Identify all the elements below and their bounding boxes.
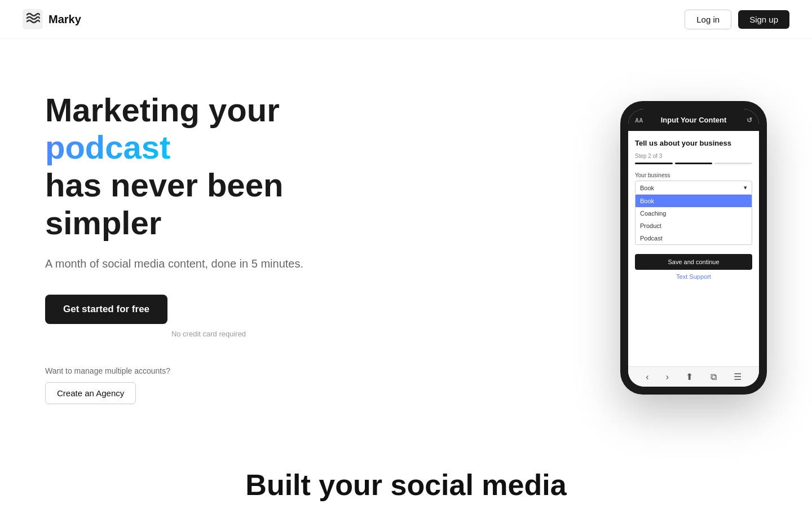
step-bar-2 (675, 163, 713, 164)
phone-header-aa: AA (635, 117, 643, 123)
hero-subtitle: A month of social media content, done in… (45, 255, 372, 272)
phone-back-icon[interactable]: ‹ (646, 372, 648, 382)
logo-text: Marky (48, 13, 81, 26)
phone-forward-icon[interactable]: › (666, 372, 669, 382)
phone-header: AA Input Your Content ↺ (628, 109, 759, 131)
bottom-section: Built your social media (0, 445, 812, 502)
phone-header-title: Input Your Content (661, 116, 727, 124)
phone-header-refresh-icon: ↺ (747, 116, 752, 124)
step-bar-3 (714, 163, 752, 164)
dropdown-field[interactable]: Book ▾ (635, 181, 752, 195)
dropdown-item-podcast[interactable]: Podcast (636, 232, 752, 244)
hero-section: Marketing your podcast has never been si… (0, 39, 812, 445)
dropdown-item-book[interactable]: Book (636, 195, 752, 207)
hero-title-part2: has never been simpler (45, 167, 283, 241)
phone-tabs-icon[interactable]: ⧉ (710, 372, 717, 382)
step-indicator: Step 2 of 3 (635, 153, 752, 159)
phone-screen: AA Input Your Content ↺ Tell us about yo… (628, 109, 759, 387)
phone-menu-icon[interactable]: ☰ (734, 371, 742, 382)
field-label: Your business (635, 172, 752, 178)
nav-buttons: Log in Sign up (685, 10, 789, 29)
hero-title-part1: Marketing your (45, 91, 280, 128)
phone-support-link[interactable]: Text Support (635, 273, 752, 280)
logo-icon (23, 9, 43, 29)
phone-content-title: Tell us about your business (635, 139, 752, 147)
step-bars (635, 163, 752, 164)
phone-mockup: AA Input Your Content ↺ Tell us about yo… (620, 101, 767, 395)
dropdown-chevron-icon: ▾ (744, 184, 747, 191)
phone-save-button[interactable]: Save and continue (635, 254, 752, 270)
hero-left: Marketing your podcast has never been si… (45, 91, 372, 405)
hero-right: AA Input Your Content ↺ Tell us about yo… (620, 101, 767, 395)
hero-title: Marketing your podcast has never been si… (45, 91, 372, 242)
hero-title-highlight: podcast (45, 129, 170, 165)
dropdown-list: Book Coaching Product Podcast (635, 195, 752, 245)
signup-button[interactable]: Sign up (738, 10, 789, 29)
no-credit-card-text: No credit card required (45, 330, 372, 338)
create-agency-button[interactable]: Create an Agency (45, 382, 136, 404)
agency-section: Want to manage multiple accounts? Create… (45, 366, 372, 404)
phone-bottom-bar: ‹ › ⬆ ⧉ ☰ (628, 366, 759, 387)
phone-content: Tell us about your business Step 2 of 3 … (628, 131, 759, 366)
login-button[interactable]: Log in (685, 10, 731, 29)
phone-share-icon[interactable]: ⬆ (686, 371, 693, 382)
dropdown-item-product[interactable]: Product (636, 220, 752, 232)
logo[interactable]: Marky (23, 9, 81, 29)
dropdown-value: Book (640, 185, 654, 191)
navbar: Marky Log in Sign up (0, 0, 812, 39)
dropdown-item-coaching[interactable]: Coaching (636, 207, 752, 220)
bottom-title: Built your social media (23, 468, 789, 502)
step-bar-1 (635, 163, 673, 164)
cta-button[interactable]: Get started for free (45, 295, 167, 324)
manage-accounts-text: Want to manage multiple accounts? (45, 366, 372, 375)
